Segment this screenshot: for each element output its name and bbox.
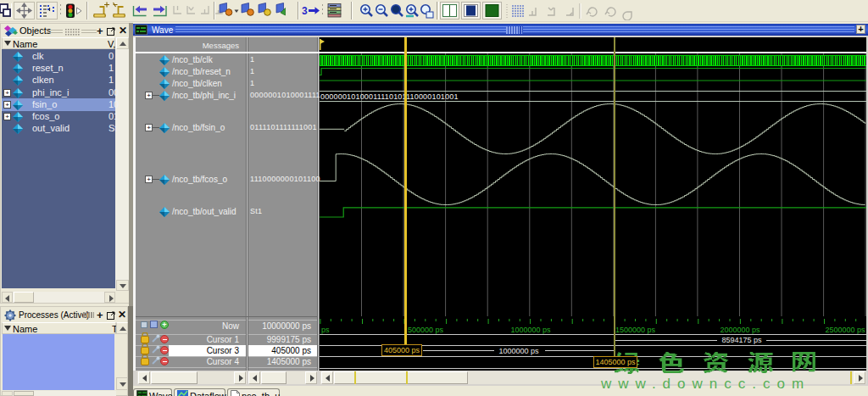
svg-text:3: 3: [302, 5, 308, 17]
